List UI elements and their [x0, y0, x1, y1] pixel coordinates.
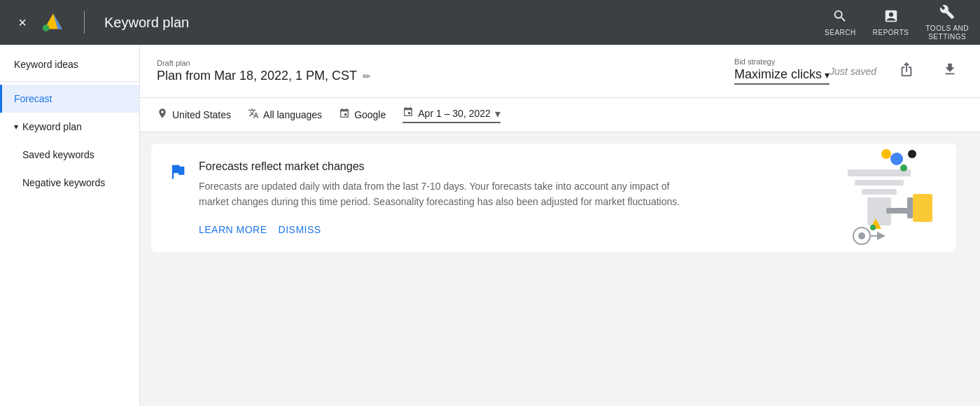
dropdown-arrow-icon: ▾ — [825, 69, 830, 80]
tools-action[interactable]: TOOLS ANDSETTINGS — [925, 4, 969, 41]
illustration-svg — [806, 144, 953, 252]
page-title: Keyword plan — [104, 15, 189, 31]
svg-point-10 — [890, 153, 903, 165]
bid-strategy-value-text: Maximize clicks — [734, 67, 822, 82]
svg-point-13 — [900, 164, 907, 172]
flag-icon — [168, 162, 188, 186]
sidebar: Keyword ideas Forecast ▾ Keyword plan Sa… — [0, 45, 140, 406]
plan-name: Plan from Mar 18, 2022, 1 PM, CST — [157, 69, 357, 83]
search-action-label: SEARCH — [825, 29, 856, 37]
save-status: Just saved — [830, 66, 876, 77]
header-divider — [84, 11, 85, 34]
tools-icon — [939, 4, 955, 23]
close-button[interactable]: × — [11, 11, 34, 34]
edit-icon[interactable]: ✏ — [363, 71, 371, 82]
chevron-down-icon: ▾ — [14, 122, 18, 132]
reports-action[interactable]: REPORTS — [873, 8, 909, 37]
bid-strategy-section: Bid strategy Maximize clicks ▾ — [734, 57, 830, 85]
sidebar-item-saved-keywords[interactable]: Saved keywords — [0, 141, 139, 169]
main-content: Draft plan Plan from Mar 18, 2022, 1 PM,… — [140, 45, 980, 406]
language-icon — [248, 108, 259, 122]
search-action[interactable]: SEARCH — [825, 8, 856, 37]
google-ads-logo — [42, 11, 64, 34]
bid-strategy-label: Bid strategy — [734, 57, 830, 66]
plan-header-right: Just saved — [830, 56, 963, 86]
svg-rect-8 — [907, 197, 913, 218]
bid-strategy-dropdown[interactable]: Maximize clicks ▾ — [734, 67, 830, 85]
header-left: × Keyword plan — [11, 11, 189, 34]
notice-illustration — [802, 144, 956, 252]
top-header: × Keyword plan SEARCH REPORTS — [0, 0, 980, 45]
saved-keywords-label: Saved keywords — [22, 149, 94, 160]
logo-icon — [42, 11, 64, 34]
svg-point-15 — [870, 225, 876, 230]
filter-bar: United States All languages Google Apr 1… — [140, 98, 980, 132]
svg-point-17 — [858, 232, 865, 239]
sidebar-item-forecast[interactable]: Forecast — [0, 85, 139, 113]
location-icon — [157, 108, 168, 122]
location-filter[interactable]: United States — [157, 108, 231, 122]
learn-more-button[interactable]: LEARN MORE — [199, 224, 267, 235]
network-value: Google — [354, 109, 386, 120]
notice-body: Forecasts are updated daily with data fr… — [199, 178, 689, 210]
svg-rect-5 — [862, 189, 897, 195]
sidebar-item-negative-keywords[interactable]: Negative keywords — [0, 169, 139, 197]
plan-name-row: Plan from Mar 18, 2022, 1 PM, CST ✏ — [157, 69, 706, 83]
main-layout: Keyword ideas Forecast ▾ Keyword plan Sa… — [0, 45, 980, 406]
svg-point-11 — [908, 150, 916, 158]
reports-action-label: REPORTS — [873, 29, 909, 37]
plan-header: Draft plan Plan from Mar 18, 2022, 1 PM,… — [140, 45, 980, 98]
reports-icon — [883, 8, 899, 27]
header-actions: SEARCH REPORTS TOOLS ANDSETTINGS — [825, 4, 969, 41]
language-value: All languages — [263, 109, 322, 120]
keyword-ideas-label: Keyword ideas — [14, 59, 78, 70]
svg-rect-9 — [913, 194, 932, 222]
search-icon — [832, 8, 848, 27]
draft-plan-label: Draft plan — [157, 59, 706, 67]
download-button[interactable] — [937, 56, 963, 86]
forecast-label: Forecast — [14, 93, 52, 104]
location-value: United States — [172, 109, 231, 120]
svg-point-2 — [43, 24, 50, 31]
calendar-icon — [402, 106, 414, 120]
network-filter[interactable]: Google — [339, 108, 386, 122]
language-filter[interactable]: All languages — [248, 108, 322, 122]
negative-keywords-label: Negative keywords — [22, 177, 105, 188]
svg-rect-7 — [886, 208, 911, 214]
svg-point-12 — [881, 149, 891, 159]
svg-rect-4 — [855, 180, 904, 186]
date-dropdown-icon: ▾ — [495, 107, 500, 120]
keyword-plan-label: Keyword plan — [22, 121, 82, 132]
sidebar-divider-1 — [0, 81, 139, 82]
date-range-value: Apr 1 – 30, 2022 — [418, 108, 491, 119]
notice-card: Forecasts reflect market changes Forecas… — [151, 144, 956, 252]
date-range-filter[interactable]: Apr 1 – 30, 2022 ▾ — [402, 106, 500, 123]
tools-action-label: TOOLS ANDSETTINGS — [925, 24, 969, 41]
network-icon — [339, 108, 350, 122]
sidebar-item-keyword-ideas[interactable]: Keyword ideas — [0, 50, 139, 78]
plan-info: Draft plan Plan from Mar 18, 2022, 1 PM,… — [157, 59, 706, 83]
dismiss-button[interactable]: DISMISS — [279, 224, 321, 235]
share-button[interactable] — [893, 56, 920, 86]
sidebar-item-keyword-plan[interactable]: ▾ Keyword plan — [0, 113, 139, 141]
